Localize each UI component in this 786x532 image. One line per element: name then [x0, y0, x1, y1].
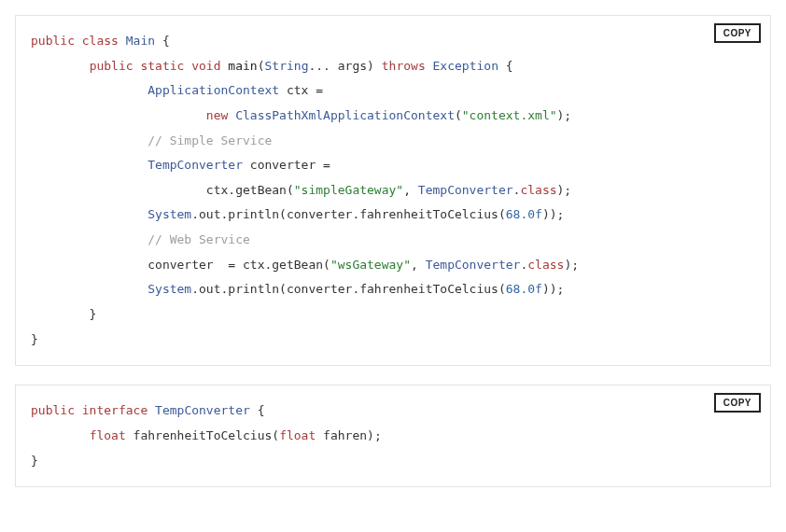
code-line: float fahrenheitToCelcius(float fahren);	[31, 424, 755, 449]
code-line: ctx.getBean("simpleGateway", TempConvert…	[31, 178, 755, 203]
code-block-2: COPY public interface TempConverter { fl…	[15, 385, 771, 487]
code-line: new ClassPathXmlApplicationContext("cont…	[31, 104, 755, 129]
code-block-1: COPY public class Main { public static v…	[15, 15, 771, 366]
copy-button[interactable]: COPY	[714, 23, 761, 43]
code-content-2: public interface TempConverter { float f…	[31, 399, 755, 473]
code-line: TempConverter converter =	[31, 153, 755, 178]
code-line: ApplicationContext ctx =	[31, 78, 755, 104]
code-line: }	[31, 449, 755, 474]
code-line: converter = ctx.getBean("wsGateway", Tem…	[31, 253, 755, 278]
code-content-1: public class Main { public static void m…	[31, 29, 755, 352]
code-line: }	[31, 328, 755, 353]
copy-button[interactable]: COPY	[714, 393, 761, 413]
code-line: public interface TempConverter {	[31, 399, 755, 424]
code-line: System.out.println(converter.fahrenheitT…	[31, 203, 755, 228]
code-line: System.out.println(converter.fahrenheitT…	[31, 277, 755, 302]
code-line: public static void main(String... args) …	[31, 54, 755, 79]
code-line: public class Main {	[31, 29, 755, 54]
code-line: }	[31, 302, 755, 328]
code-line: // Simple Service	[31, 129, 755, 154]
code-line: // Web Service	[31, 228, 755, 253]
